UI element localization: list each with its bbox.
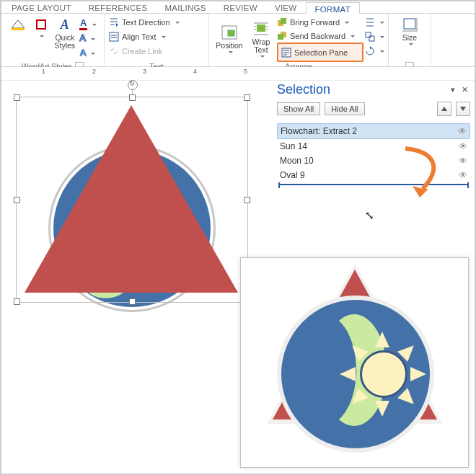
- hide-all-button[interactable]: Hide All: [325, 102, 364, 115]
- text-effects-button[interactable]: A: [79, 45, 97, 59]
- resize-handle[interactable]: [244, 94, 250, 101]
- create-link-button[interactable]: Create Link: [109, 44, 180, 58]
- bring-forward-button[interactable]: Bring Forward: [277, 15, 363, 29]
- align-text-button[interactable]: Align Text: [109, 30, 180, 43]
- list-item[interactable]: Oval 9👁: [277, 168, 470, 182]
- svg-rect-11: [369, 36, 374, 41]
- selection-list: Flowchart: Extract 2👁 Sun 14👁 Moon 10👁 O…: [277, 123, 470, 185]
- visibility-icon[interactable]: 👁: [459, 141, 467, 151]
- list-item[interactable]: Moon 10👁: [277, 154, 470, 168]
- visibility-icon[interactable]: 👁: [458, 126, 467, 136]
- quick-styles-button[interactable]: A Quick Styles: [55, 15, 76, 50]
- rotation-handle[interactable]: [128, 80, 138, 90]
- ruler-mark: 5: [244, 68, 247, 75]
- pane-title: Selection: [277, 82, 470, 97]
- tab-references[interactable]: REFERENCES: [80, 1, 157, 13]
- tab-page-layout[interactable]: PAGE LAYOUT: [3, 1, 80, 13]
- group-size: Size: [389, 14, 431, 73]
- svg-rect-4: [257, 25, 265, 32]
- svg-rect-12: [404, 19, 415, 29]
- resize-handle[interactable]: [129, 298, 136, 305]
- resize-handle[interactable]: [14, 197, 20, 203]
- resize-handle[interactable]: [14, 298, 20, 305]
- resize-handle[interactable]: [129, 94, 136, 101]
- horizontal-ruler[interactable]: 1 2 3 4 5: [1, 67, 475, 81]
- ruler-mark: 2: [92, 68, 96, 75]
- ruler-mark: 1: [42, 68, 45, 75]
- text-direction-button[interactable]: Text Direction: [109, 15, 180, 29]
- group-wordart-styles: A Quick Styles A A A WordArt Styles: [1, 14, 105, 73]
- pane-options-icon[interactable]: ▾: [449, 85, 457, 94]
- text-outline-button[interactable]: A: [79, 31, 97, 45]
- tab-review[interactable]: REVIEW: [215, 1, 266, 13]
- move-down-button[interactable]: [456, 102, 470, 116]
- close-icon[interactable]: ✕: [460, 85, 469, 94]
- move-up-button[interactable]: [437, 102, 451, 116]
- svg-rect-10: [366, 32, 371, 37]
- group-arrange: Position Wrap Text Bring Forward Send Ba…: [209, 14, 389, 73]
- wrap-text-button[interactable]: Wrap Text: [247, 15, 276, 62]
- svg-rect-6: [281, 18, 286, 24]
- rotate-button[interactable]: [365, 44, 384, 58]
- resize-handle[interactable]: [244, 197, 250, 203]
- ruler-mark: 3: [143, 68, 146, 75]
- ruler-mark: 4: [193, 68, 197, 75]
- position-button[interactable]: Position: [213, 15, 245, 62]
- drop-indicator: [278, 184, 469, 185]
- ribbon: PAGE LAYOUT REFERENCES MAILINGS REVIEW V…: [1, 1, 475, 67]
- show-all-button[interactable]: Show All: [277, 102, 320, 115]
- size-button[interactable]: Size: [400, 15, 419, 46]
- svg-rect-8: [278, 34, 283, 40]
- document-canvas[interactable]: [6, 86, 263, 310]
- tab-view[interactable]: VIEW: [266, 1, 306, 13]
- text-fill-button[interactable]: A: [79, 17, 97, 30]
- shape-sun: [360, 350, 407, 398]
- visibility-icon[interactable]: 👁: [459, 170, 467, 180]
- tab-mailings[interactable]: MAILINGS: [156, 1, 214, 13]
- resize-handle[interactable]: [14, 94, 20, 101]
- visibility-icon[interactable]: 👁: [459, 156, 467, 166]
- align-button[interactable]: [365, 15, 384, 29]
- result-preview: [240, 257, 469, 468]
- tab-format[interactable]: FORMAT: [306, 2, 361, 14]
- svg-rect-3: [228, 30, 234, 36]
- group-text: Text Direction Align Text Create Link Te…: [105, 14, 209, 73]
- shape-fill-button[interactable]: [9, 15, 27, 34]
- svg-rect-0: [12, 28, 25, 30]
- selection-bounding-box[interactable]: [16, 97, 248, 303]
- list-item[interactable]: Flowchart: Extract 2👁: [277, 123, 470, 139]
- shape-outline-button[interactable]: [32, 15, 50, 38]
- list-item[interactable]: Sun 14👁: [277, 139, 470, 154]
- cursor-icon: ⤡: [365, 209, 374, 222]
- ribbon-tabs: PAGE LAYOUT REFERENCES MAILINGS REVIEW V…: [1, 1, 475, 13]
- svg-rect-1: [110, 32, 118, 41]
- selection-pane-button[interactable]: Selection Pane: [277, 43, 363, 62]
- send-backward-button[interactable]: Send Backward: [277, 29, 363, 43]
- group-button[interactable]: [365, 30, 384, 43]
- selection-pane: ▾ ✕ Selection Show All Hide All Flowchar…: [277, 82, 470, 185]
